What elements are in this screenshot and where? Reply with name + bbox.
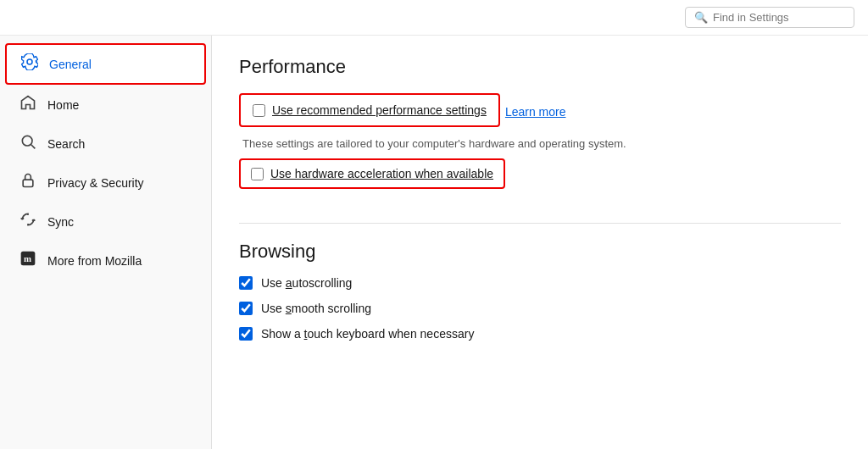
sidebar-item-privacy-security-label: Privacy & Security: [47, 176, 144, 190]
topbar: 🔍: [0, 0, 868, 36]
find-in-settings-box[interactable]: 🔍: [685, 7, 854, 28]
sidebar-item-general[interactable]: General: [5, 43, 206, 85]
smooth-scrolling-label: Use smooth scrolling: [261, 302, 371, 315]
sidebar-item-sync-label: Sync: [47, 215, 74, 229]
recommended-performance-row: Use recommended performance settings Lea…: [239, 93, 841, 130]
sidebar-item-privacy-security[interactable]: Privacy & Security: [5, 164, 206, 202]
lock-icon: [19, 172, 37, 193]
section-divider: [239, 223, 841, 224]
performance-description: These settings are tailored to your comp…: [242, 137, 841, 150]
sidebar-item-sync[interactable]: Sync: [5, 202, 206, 241]
sync-icon: [19, 211, 37, 232]
mozilla-icon: m: [19, 250, 37, 271]
svg-text:m: m: [24, 253, 31, 263]
recommended-performance-checkbox[interactable]: [253, 104, 265, 117]
hw-accel-text: Use hardware acceleration when available: [270, 167, 493, 180]
browsing-item-smooth-scrolling: Use smooth scrolling: [239, 302, 841, 315]
home-icon: [19, 94, 37, 115]
svg-point-0: [22, 136, 32, 146]
touch-keyboard-checkbox[interactable]: [239, 327, 253, 341]
gear-icon: [20, 53, 39, 75]
sidebar-item-more-mozilla-label: More from Mozilla: [47, 254, 142, 268]
hw-accel-label[interactable]: Use hardware acceleration when available: [251, 167, 493, 180]
svg-line-1: [31, 145, 36, 149]
smooth-scrolling-checkbox[interactable]: [239, 302, 253, 315]
browsing-section-title: Browsing: [239, 241, 841, 263]
hw-accel-box: Use hardware acceleration when available: [239, 158, 505, 189]
recommended-performance-box: Use recommended performance settings: [239, 93, 500, 127]
learn-more-link[interactable]: Learn more: [505, 105, 566, 119]
search-icon: [19, 133, 37, 154]
svg-rect-2: [23, 180, 33, 186]
sidebar-item-more-mozilla[interactable]: m More from Mozilla: [5, 241, 206, 280]
sidebar-item-general-label: General: [49, 58, 92, 71]
main-layout: General Home Search: [0, 36, 868, 449]
recommended-performance-label[interactable]: Use recommended performance settings: [253, 103, 487, 117]
sidebar-item-search[interactable]: Search: [5, 125, 206, 163]
touch-keyboard-label: Show a touch keyboard when necessary: [261, 327, 474, 341]
hw-accel-checkbox[interactable]: [251, 168, 264, 180]
main-content: Performance Use recommended performance …: [212, 36, 868, 449]
sidebar-item-home[interactable]: Home: [5, 86, 206, 124]
autoscrolling-label: Use autoscrolling: [261, 276, 352, 290]
find-in-settings-input[interactable]: [713, 11, 845, 24]
autoscrolling-checkbox[interactable]: [239, 276, 253, 290]
sidebar: General Home Search: [0, 36, 212, 449]
sidebar-item-search-label: Search: [47, 137, 85, 151]
performance-section-title: Performance: [239, 56, 841, 78]
search-icon: 🔍: [694, 11, 708, 24]
browsing-item-autoscrolling: Use autoscrolling: [239, 276, 841, 290]
recommended-performance-text: Use recommended performance settings: [272, 103, 487, 117]
browsing-item-touch-keyboard: Show a touch keyboard when necessary: [239, 327, 841, 341]
sidebar-item-home-label: Home: [47, 98, 79, 112]
